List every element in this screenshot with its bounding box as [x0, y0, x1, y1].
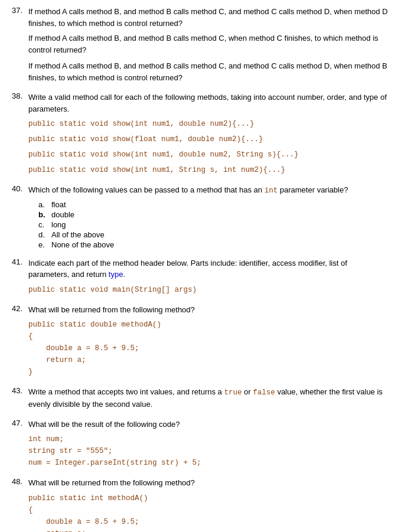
q40-inline-code: int	[265, 187, 278, 195]
q47-code: int num; string str = "555"; num = Integ…	[28, 433, 389, 469]
q47-text: What will be the result of the following…	[28, 419, 389, 430]
q41-number: 41.	[12, 257, 28, 280]
q38-code2: public static void show(float num1, doub…	[28, 133, 389, 145]
q37-part2-block: If method A calls method B, and method B…	[28, 32, 389, 83]
question-38: 38. Write a valid method call for each o…	[12, 92, 389, 176]
q37-part1: If method A calls method B, and method B…	[28, 6, 389, 29]
q40-letter-c: c.	[38, 220, 51, 229]
q40-letter-a: a.	[38, 200, 51, 209]
q38-number: 38.	[12, 92, 28, 115]
q40-number: 40.	[12, 184, 28, 197]
q38-text: Write a valid method call for each of th…	[28, 92, 389, 115]
q43-false-code: false	[253, 389, 275, 397]
q40-letter-d: d.	[38, 230, 51, 239]
q37-part3: If method A calls method B, and method B…	[28, 60, 389, 83]
question-48: 48. What will be returned from the follo…	[12, 477, 389, 532]
q40-option-e: e. None of the above	[38, 240, 389, 249]
question-43: 43. Write a method that accepts two int …	[12, 386, 389, 410]
q43-true-code: true	[224, 389, 242, 397]
q48-number: 48.	[12, 477, 28, 489]
q37-number: 37.	[12, 6, 28, 29]
q40-option-c: c. long	[38, 220, 389, 229]
q48-text: What will be returned from the following…	[28, 477, 389, 489]
q40-letter-e: e.	[38, 240, 51, 249]
q38-code3: public static void show(int num1, double…	[28, 149, 389, 161]
q41-code: public static void main(String[] args)	[28, 284, 389, 296]
q43-number: 43.	[12, 386, 28, 410]
q48-code: public static int methodA() { double a =…	[28, 492, 389, 533]
q40-text-d: All of the above	[51, 230, 105, 239]
q40-option-d: d. All of the above	[38, 230, 389, 239]
q38-code4: public static void show(int num1, String…	[28, 164, 389, 176]
question-42: 42. What will be returned from the follo…	[12, 304, 389, 378]
q41-highlight: type	[109, 270, 123, 279]
q43-text: Write a method that accepts two int valu…	[28, 386, 389, 410]
question-40: 40. Which of the following values can be…	[12, 184, 389, 249]
q41-text: Indicate each part of the method header …	[28, 257, 389, 280]
question-47: 47. What will be the result of the follo…	[12, 419, 389, 469]
q42-code: public static double methodA() { double …	[28, 319, 389, 378]
q42-text: What will be returned from the following…	[28, 304, 389, 316]
question-37: 37. If method A calls method B, and meth…	[12, 6, 389, 83]
q40-text: Which of the following values can be pas…	[28, 184, 389, 197]
q40-option-b: b. double	[38, 210, 389, 219]
q38-code1: public static void show(int num1, double…	[28, 118, 389, 130]
q47-number: 47.	[12, 419, 28, 430]
q37-part2: If method A calls method B, and method B…	[28, 32, 389, 56]
q40-text-b: double	[51, 210, 74, 219]
q40-text-a: float	[51, 200, 66, 209]
q42-number: 42.	[12, 304, 28, 316]
q40-option-a: a. float	[38, 200, 389, 209]
question-41: 41. Indicate each part of the method hea…	[12, 257, 389, 296]
q40-text-e: None of the above	[51, 240, 114, 249]
q40-text-c: long	[51, 220, 66, 229]
q40-options: a. float b. double c. long d. All of the…	[38, 200, 389, 249]
q40-letter-b: b.	[38, 210, 51, 219]
